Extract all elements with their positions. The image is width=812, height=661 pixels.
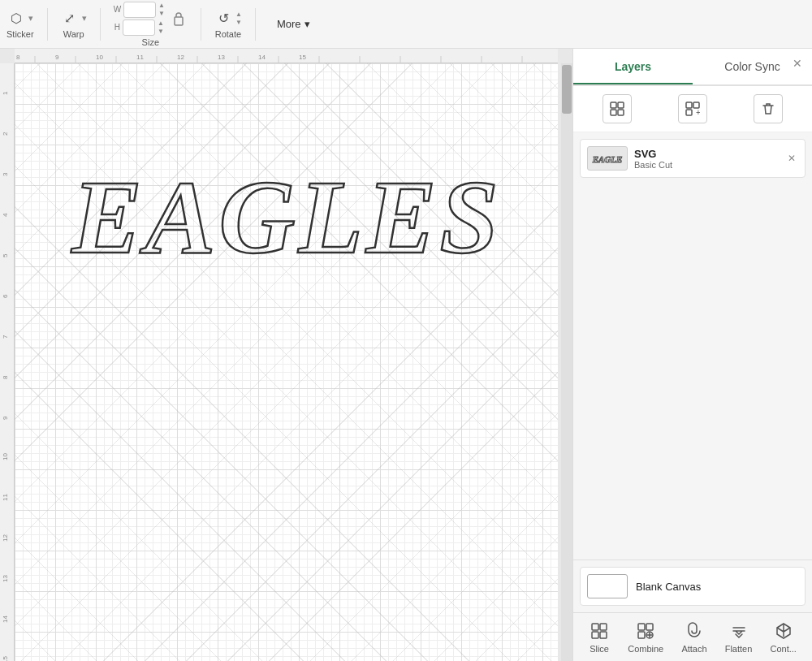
width-stepper[interactable]: ▲ ▼ [158, 2, 165, 17]
canvas-grid: EAGLES EAGLES [15, 63, 558, 661]
more-chevron-icon: ▾ [304, 18, 310, 30]
divider-1 [47, 8, 48, 41]
width-input[interactable] [123, 2, 156, 18]
add-layer-button[interactable]: + [678, 94, 707, 123]
svg-text:3: 3 [2, 172, 9, 176]
more-actions-icon [773, 620, 794, 642]
tab-layers[interactable]: Layers [573, 49, 693, 84]
toolbar: ⬡ ▾ Sticker ⤢ ▾ Warp W ▲ ▼ [0, 0, 812, 49]
svg-text:10: 10 [96, 54, 103, 61]
svg-text:5: 5 [2, 253, 9, 257]
sticker-icon: ⬡ [7, 10, 25, 28]
scrollbar-thumb[interactable] [562, 65, 572, 114]
svg-text:14: 14 [258, 54, 266, 61]
layer-name: SVG [634, 148, 779, 160]
flatten-button[interactable]: Flatten [725, 620, 753, 654]
blank-canvas-section: Blank Canvas [573, 559, 812, 612]
svg-text:13: 13 [218, 54, 225, 61]
svg-rect-48 [592, 624, 598, 630]
size-label: Size [142, 37, 159, 47]
combine-button[interactable]: Combine [628, 620, 663, 654]
svg-rect-40 [618, 102, 624, 108]
svg-text:9: 9 [2, 416, 9, 420]
rotate-down[interactable]: ▼ [235, 19, 242, 26]
warp-arrow[interactable]: ▾ [82, 13, 87, 24]
flatten-icon [728, 620, 749, 642]
group-button[interactable] [603, 94, 632, 123]
svg-rect-52 [638, 624, 645, 630]
svg-rect-0 [175, 17, 183, 25]
tab-underline [573, 83, 693, 84]
ruler-top: 8 9 10 11 12 13 14 15 [15, 49, 558, 63]
svg-text:12: 12 [2, 534, 9, 542]
svg-text:14: 14 [2, 616, 9, 623]
rotate-group: ↺ ▲ ▼ Rotate [214, 10, 242, 39]
divider-3 [201, 8, 201, 41]
layers-list: EAGLE SVG Basic Cut ✕ [573, 132, 812, 559]
svg-rect-54 [638, 632, 645, 638]
blank-canvas-item[interactable]: Blank Canvas [580, 567, 806, 606]
lock-icon[interactable] [170, 10, 188, 28]
svg-text:11: 11 [136, 54, 144, 61]
attach-label: Attach [681, 644, 706, 654]
more-actions-button[interactable]: Cont... [770, 620, 796, 654]
canvas-area[interactable]: 8 9 10 11 12 13 14 15 [0, 49, 572, 661]
divider-2 [100, 8, 101, 41]
svg-text:9: 9 [55, 54, 59, 61]
svg-text:2: 2 [2, 132, 9, 136]
svg-rect-51 [600, 632, 607, 638]
scrollbar-right[interactable] [561, 63, 572, 661]
slice-label: Slice [590, 644, 609, 654]
svg-rect-43 [686, 102, 692, 108]
svg-rect-53 [646, 624, 653, 630]
svg-rect-44 [693, 102, 699, 108]
divider-4 [255, 8, 256, 41]
size-group: W ▲ ▼ H ▲ ▼ [114, 2, 188, 47]
layer-info: SVG Basic Cut [634, 148, 779, 170]
layer-item[interactable]: EAGLE SVG Basic Cut ✕ [580, 139, 806, 178]
more-label: More [277, 18, 301, 30]
eagles-design[interactable]: EAGLES EAGLES [39, 153, 534, 291]
svg-text:11: 11 [2, 494, 9, 501]
height-input[interactable] [123, 19, 155, 36]
svg-rect-50 [592, 632, 598, 638]
rotate-up[interactable]: ▲ [235, 11, 242, 18]
layer-remove-button[interactable]: ✕ [785, 152, 798, 165]
attach-button[interactable]: Attach [681, 620, 706, 654]
more-button[interactable]: More ▾ [269, 15, 318, 33]
panel-toolbar: + [573, 86, 812, 132]
svg-text:15: 15 [299, 54, 306, 61]
svg-text:13: 13 [2, 575, 9, 582]
panel-tabs: Layers Color Sync ✕ [573, 49, 812, 86]
svg-text:7: 7 [2, 335, 9, 339]
width-label: W [114, 5, 121, 14]
slice-button[interactable]: Slice [589, 620, 610, 654]
svg-text:4: 4 [2, 213, 9, 217]
svg-rect-49 [600, 624, 607, 630]
delete-layer-button[interactable] [754, 94, 783, 123]
panel-bottom-toolbar: Slice Combine [573, 612, 812, 661]
slice-icon [589, 620, 610, 642]
svg-rect-45 [686, 110, 692, 115]
svg-text:+: + [696, 108, 700, 116]
svg-text:8: 8 [2, 375, 9, 379]
main-area: 8 9 10 11 12 13 14 15 [0, 49, 812, 661]
grid-canvas[interactable]: EAGLES EAGLES [15, 63, 558, 661]
rotate-label: Rotate [215, 29, 241, 39]
layer-thumbnail: EAGLE [587, 146, 628, 171]
flatten-label: Flatten [725, 644, 753, 654]
height-stepper[interactable]: ▲ ▼ [158, 19, 164, 35]
svg-rect-39 [611, 102, 616, 108]
svg-text:10: 10 [2, 453, 9, 460]
sticker-label: Sticker [6, 29, 34, 39]
svg-text:15: 15 [2, 656, 9, 661]
sticker-group: ⬡ ▾ Sticker [6, 10, 34, 39]
sticker-arrow[interactable]: ▾ [28, 13, 33, 24]
combine-label: Combine [628, 644, 663, 654]
layer-type: Basic Cut [634, 160, 779, 170]
svg-text:1: 1 [2, 91, 9, 95]
panel-close-button[interactable]: ✕ [789, 55, 806, 71]
combine-icon [635, 620, 656, 642]
svg-text:EAGLES: EAGLES [71, 158, 502, 275]
attach-icon [684, 620, 705, 642]
